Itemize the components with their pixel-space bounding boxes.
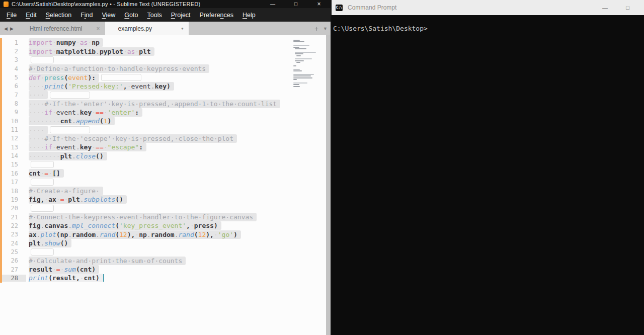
code-line[interactable]: 18#·Create·a·figure· (0, 187, 331, 195)
minimap-line (293, 70, 302, 71)
menu-item-goto[interactable]: Goto (120, 12, 142, 19)
code-line[interactable]: 8····#·If·the·'enter'·key·is·pressed,·ap… (0, 99, 331, 108)
minimize-icon[interactable]: — (594, 0, 616, 15)
terminal-area[interactable]: C:\Users\Satish\Desktop> (332, 15, 644, 33)
selection-highlight: #·Calculate·and·print·the·sum·of·counts (29, 257, 186, 265)
menu-item-selection[interactable]: Selection (41, 12, 76, 19)
menu-item-view[interactable]: View (97, 12, 120, 19)
line-number: 3 (0, 56, 26, 63)
menu-item-file[interactable]: File (2, 12, 21, 19)
nav-forward-icon[interactable]: ▶ (10, 26, 14, 31)
minimap-line (293, 63, 325, 64)
line-number: 27 (0, 266, 26, 273)
code-line[interactable]: 24plt.show() (0, 239, 331, 247)
line-number: 2 (0, 48, 26, 55)
minimap-line (293, 86, 300, 87)
line-content (29, 56, 54, 63)
minimap-line (295, 60, 304, 61)
menu-item-edit[interactable]: Edit (21, 12, 41, 19)
minimap-line (293, 75, 311, 76)
minimap-line (295, 52, 316, 53)
code-line[interactable]: 12····#·If·the·'escape'·key·is·pressed,·… (0, 134, 331, 143)
code-editor[interactable]: 1import·numpy·as·np2import·matplotlib.py… (0, 35, 331, 335)
cmd-titlebar: C:\ Command Prompt — □ (332, 0, 644, 15)
line-content: ····if·event.key·==·'enter': (29, 108, 142, 117)
minimap-line (293, 77, 312, 78)
line-number: 28 (0, 275, 26, 282)
code-line[interactable]: 15 (0, 160, 331, 169)
selection-highlight: fig,·ax·=·plt.subplots() (29, 195, 127, 204)
minimap-line (296, 55, 301, 56)
code-line[interactable]: 2import·matplotlib.pyplot·as·plt (0, 47, 331, 55)
minimap-line (293, 67, 325, 68)
minimap-line (293, 50, 325, 51)
maximize-icon[interactable]: □ (284, 0, 307, 8)
code-line[interactable]: 3 (0, 56, 331, 64)
code-line[interactable]: 17 (0, 178, 331, 187)
tab-modified-icon: ● (152, 26, 184, 31)
code-line[interactable]: 21#·Connect·the·keypress·event·handler·t… (0, 213, 331, 221)
selection-highlight: fig.canvas.mpl_connect('key_press_event'… (29, 221, 221, 230)
minimap-line (293, 41, 304, 42)
minimap[interactable] (293, 40, 325, 88)
tab-examples-py[interactable]: examples.py● (105, 22, 189, 35)
code-line[interactable]: 7···· (0, 91, 331, 99)
maximize-icon[interactable]: □ (616, 0, 639, 15)
minimize-icon[interactable]: — (261, 0, 284, 8)
editor-scrollbar-thumb[interactable] (326, 35, 331, 335)
close-icon[interactable]: × (307, 0, 331, 8)
selection-highlight: result·=·sum(cnt) (29, 265, 99, 274)
code-line[interactable]: 26#·Calculate·and·print·the·sum·of·count… (0, 257, 331, 265)
selection-highlight: ····#·If·the·'enter'·key·is·pressed,·app… (29, 100, 280, 108)
line-content: ····#·If·the·'enter'·key·is·pressed,·app… (29, 100, 280, 108)
sublime-tabbar: ◀ ▶ Html reference.html×examples.py● + ▼ (0, 22, 331, 35)
tab-html-reference-html[interactable]: Html reference.html× (17, 22, 105, 35)
line-content: import·matplotlib.pyplot·as·plt (29, 47, 154, 56)
selection-highlight: cnt·=·[] (29, 169, 64, 178)
line-content: result·=·sum(cnt) (29, 265, 99, 274)
tab-overflow-icon[interactable]: ▼ (323, 26, 328, 31)
code-line[interactable]: 13····if·event.key·==·"escape": (0, 143, 331, 151)
tab-close-icon[interactable]: × (83, 25, 100, 32)
line-number: 6 (0, 82, 26, 90)
code-line[interactable]: 27result·=·sum(cnt) (0, 265, 331, 274)
code-line[interactable]: 28print(result,·cnt) (0, 274, 331, 282)
tabbar-right-controls: + ▼ (314, 22, 328, 35)
selection-highlight: import·matplotlib.pyplot·as·plt (29, 47, 154, 56)
code-line[interactable]: 19fig,·ax·=·plt.subplots() (0, 195, 331, 204)
code-line[interactable]: 4#·Define·a·function·to·handle·keypress·… (0, 64, 331, 73)
line-content: ax.plot(np.random.rand(12),·np.random.ra… (29, 230, 241, 239)
code-line[interactable]: 6····print('Pressed·key:',·event.key) (0, 82, 331, 91)
code-line[interactable]: 20 (0, 204, 331, 213)
menu-item-find[interactable]: Find (76, 12, 97, 19)
sublime-window-controls: — □ × (261, 0, 331, 8)
code-line[interactable]: 14········plt.close() (0, 151, 331, 160)
line-content: import·numpy·as·np (29, 38, 103, 47)
code-line[interactable]: 1import·numpy·as·np (0, 38, 331, 47)
line-number: 5 (0, 74, 26, 81)
menu-item-tools[interactable]: Tools (142, 12, 166, 19)
selection-highlight: def·press(event): (29, 73, 99, 82)
code-line[interactable]: 22fig.canvas.mpl_connect('key_press_even… (0, 221, 331, 230)
code-line[interactable]: 23ax.plot(np.random.rand(12),·np.random.… (0, 230, 331, 239)
line-content: print(result,·cnt) (29, 274, 104, 282)
menu-item-project[interactable]: Project (167, 12, 195, 19)
nav-back-icon[interactable]: ◀ (4, 26, 8, 31)
code-line[interactable]: 11···· (0, 125, 331, 134)
editor-scrollbar[interactable] (326, 35, 331, 335)
menu-item-help[interactable]: Help (238, 12, 260, 19)
line-content: #·Define·a·function·to·handle·keypress·e… (29, 64, 209, 73)
menu-item-preferences[interactable]: Preferences (195, 12, 238, 19)
empty-selection-box (31, 205, 54, 212)
code-line[interactable]: 5def·press(event): (0, 73, 331, 81)
code-line[interactable]: 10········cnt.append(1) (0, 117, 331, 125)
sublime-titlebar: C:\Users\Satish\Desktop\examples.py • - … (0, 0, 331, 8)
code-line[interactable]: 9····if·event.key·==·'enter': (0, 108, 331, 117)
code-line[interactable]: 25 (0, 247, 331, 256)
code-line[interactable]: 16cnt·=·[] (0, 169, 331, 178)
new-tab-icon[interactable]: + (314, 25, 318, 33)
sublime-menubar: FileEditSelectionFindViewGotoToolsProjec… (0, 8, 331, 22)
line-content (29, 179, 54, 186)
cmd-icon: C:\ (336, 5, 343, 11)
selection-highlight: #·Connect·the·keypress·event·handler·to·… (29, 213, 257, 221)
